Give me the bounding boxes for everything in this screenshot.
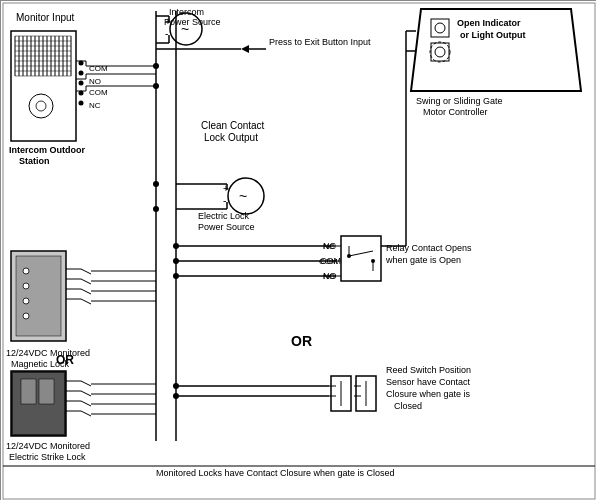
svg-text:12/24VDC Monitored: 12/24VDC Monitored: [6, 441, 90, 451]
svg-text:~: ~: [239, 188, 247, 204]
svg-text:Electric Lock: Electric Lock: [198, 211, 250, 221]
svg-text:Closed: Closed: [394, 401, 422, 411]
svg-point-94: [23, 268, 29, 274]
svg-text:Reed Switch Position: Reed Switch Position: [386, 365, 471, 375]
svg-text:Open Indicator: Open Indicator: [457, 18, 521, 28]
svg-point-96: [23, 298, 29, 304]
svg-text:NC: NC: [89, 101, 101, 110]
svg-text:Power Source: Power Source: [198, 222, 255, 232]
svg-point-28: [36, 101, 46, 111]
svg-text:Monitored Locks have Contact C: Monitored Locks have Contact Closure whe…: [156, 468, 395, 478]
svg-rect-128: [431, 43, 449, 61]
svg-text:NO: NO: [89, 77, 101, 86]
svg-point-97: [23, 313, 29, 319]
svg-point-148: [153, 83, 159, 89]
svg-point-82: [347, 254, 351, 258]
svg-point-142: [173, 383, 179, 389]
svg-text:Relay Contact Opens: Relay Contact Opens: [386, 243, 472, 253]
svg-text:Lock Output: Lock Output: [204, 132, 258, 143]
svg-text:Swing or Sliding Gate: Swing or Sliding Gate: [416, 96, 503, 106]
svg-text:Electric Strike Lock: Electric Strike Lock: [9, 452, 86, 462]
svg-point-136: [173, 243, 179, 249]
svg-text:Closure when gate is: Closure when gate is: [386, 389, 471, 399]
svg-text:-: -: [223, 195, 226, 206]
svg-point-147: [153, 63, 159, 69]
svg-text:when gate is Open: when gate is Open: [385, 255, 461, 265]
svg-text:Intercom: Intercom: [169, 7, 204, 17]
svg-rect-112: [21, 379, 36, 404]
svg-point-140: [173, 273, 179, 279]
svg-text:Clean Contact: Clean Contact: [201, 120, 265, 131]
svg-text:NO: NO: [323, 272, 335, 281]
svg-text:COM: COM: [89, 88, 108, 97]
svg-text:OR: OR: [291, 333, 312, 349]
svg-text:Sensor have Contact: Sensor have Contact: [386, 377, 471, 387]
svg-text:COM: COM: [319, 257, 338, 266]
svg-point-31: [79, 71, 84, 76]
svg-rect-113: [39, 379, 54, 404]
svg-point-34: [79, 101, 84, 106]
svg-text:Power Source: Power Source: [164, 17, 221, 27]
svg-text:Motor Controller: Motor Controller: [423, 107, 488, 117]
svg-text:OR: OR: [56, 353, 74, 367]
svg-text:Press to Exit Button Input: Press to Exit Button Input: [269, 37, 371, 47]
svg-text:or Light Output: or Light Output: [460, 30, 525, 40]
svg-text:NC: NC: [323, 242, 335, 251]
svg-point-32: [79, 81, 84, 86]
svg-point-150: [153, 206, 159, 212]
svg-text:COM: COM: [89, 64, 108, 73]
svg-rect-93: [16, 256, 61, 336]
svg-point-149: [153, 181, 159, 187]
svg-text:-: -: [165, 28, 168, 39]
svg-text:Intercom Outdoor: Intercom Outdoor: [9, 145, 85, 155]
svg-point-138: [173, 258, 179, 264]
svg-rect-126: [431, 19, 449, 37]
svg-point-83: [371, 259, 375, 263]
svg-text:12/24VDC Monitored: 12/24VDC Monitored: [6, 348, 90, 358]
svg-point-144: [173, 393, 179, 399]
svg-rect-111: [13, 373, 64, 434]
svg-text:Monitor Input: Monitor Input: [16, 12, 75, 23]
svg-point-95: [23, 283, 29, 289]
svg-text:Station: Station: [19, 156, 50, 166]
wiring-diagram: Monitor Input COM NO COM NC: [0, 0, 596, 500]
svg-rect-72: [341, 236, 381, 281]
